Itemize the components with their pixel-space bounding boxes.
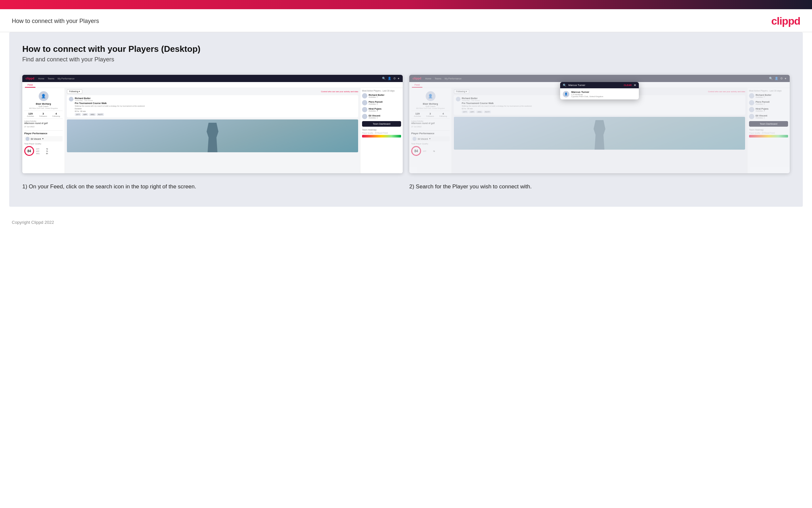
player-item-2-4: Eli Vincent Activities: 1 bbox=[749, 114, 788, 119]
score-circle-2: 84 bbox=[411, 146, 421, 156]
search-icon-1[interactable]: 🔍 bbox=[382, 77, 386, 80]
mini-bars: OTT 79 APP 70 ARG bbox=[36, 148, 48, 155]
main-content: How to connect with your Players (Deskto… bbox=[9, 32, 803, 207]
section-subtitle: Find and connect with your Players bbox=[22, 56, 790, 63]
player-name-2-2: Piers Parnell bbox=[756, 101, 769, 103]
screenshots-row: clippd Home Teams My Performance 🔍 👤 ⚙ ● bbox=[22, 75, 790, 173]
player-item-4: Eli Vincent Activities: 1 bbox=[362, 114, 401, 119]
stat-following: 4 Following bbox=[52, 112, 60, 117]
screenshot-2: clippd Home Teams My Performance 🔍 👤 ⚙ ●… bbox=[409, 75, 790, 173]
player-avatar bbox=[26, 137, 30, 141]
score-circle: 84 bbox=[24, 146, 34, 156]
search-input[interactable]: Marcus Turner bbox=[568, 84, 622, 87]
mini-nav-teams[interactable]: Teams bbox=[48, 78, 54, 80]
result-location: Cypress Point Club, United Kingdom bbox=[571, 95, 603, 97]
activity-desc-2: Walking the course with my coach to buil… bbox=[456, 105, 743, 107]
profile-club-2: Mill Ride Golf Club, United Kingdom bbox=[411, 107, 449, 109]
tag-app: APP bbox=[82, 113, 88, 116]
most-active-title-2: Most Active Players - Last 30 days bbox=[749, 90, 788, 92]
mini-left-col-2: 👤 Blair McHarg Golf Coach Mill Ride Golf… bbox=[409, 88, 452, 173]
close-icon[interactable]: ✕ bbox=[634, 83, 636, 87]
mini-body-2: 👤 Blair McHarg Golf Coach Mill Ride Golf… bbox=[409, 88, 790, 173]
activity-duration-2: 02 hr : 00 min bbox=[456, 108, 743, 110]
desc-2: 2) Search for the Player you wish to con… bbox=[409, 182, 790, 191]
player-avatar-2-4 bbox=[749, 114, 754, 119]
most-active-title: Most Active Players - Last 30 days bbox=[362, 90, 401, 92]
control-link-2: Control who can see your activity and da… bbox=[708, 91, 745, 92]
tag-ott: OTT bbox=[75, 113, 81, 116]
tag-ott-2: OTT bbox=[462, 111, 468, 113]
top-bar bbox=[0, 0, 812, 9]
mini-latest-date-2: 27 Jul 2022 bbox=[411, 126, 449, 128]
mini-nav-home[interactable]: Home bbox=[38, 78, 45, 80]
player-item-2: Piers Parnell Activities: 4 bbox=[362, 100, 401, 105]
heatmap-subtitle-2: Player Quality · 20 Round Trend bbox=[749, 132, 788, 134]
player-dropdown[interactable]: Eli Vincent ▾ bbox=[24, 136, 63, 141]
player-performance-title-1: Player Performance bbox=[24, 130, 63, 135]
profile-name: Blair McHarg bbox=[24, 102, 63, 105]
bar-arg: ARG 84 bbox=[36, 153, 48, 155]
dropdown-arrow-icon-2: ▾ bbox=[429, 137, 431, 140]
activity-card: Richard Butler Yesterday · The Grove Pre… bbox=[67, 95, 358, 118]
feed-tab[interactable]: Feed bbox=[25, 83, 36, 88]
header: How to connect with your Players clippd bbox=[0, 9, 812, 32]
activity-duration-label: Duration bbox=[69, 108, 356, 110]
mini-bars-2: OTT 79 bbox=[423, 150, 435, 153]
settings-icon-2: ⚙ bbox=[780, 77, 783, 80]
player-avatar-2-1 bbox=[749, 93, 754, 98]
profile-img: 👤 bbox=[39, 91, 49, 101]
mini-stats-row: 129 Activities 3 Followers 4 Following bbox=[24, 111, 63, 119]
desc-row: 1) On your Feed, click on the search ico… bbox=[22, 182, 790, 191]
player-acts-2: Activities: 4 bbox=[369, 103, 382, 105]
profile-name-2: Blair McHarg bbox=[411, 102, 449, 105]
section-title: How to connect with your Players (Deskto… bbox=[22, 44, 790, 54]
player-acts-2-2: Activities: 4 bbox=[756, 103, 769, 105]
stat-followers-2: 3 Followers bbox=[426, 112, 434, 117]
mini-nav-myperformance[interactable]: My Performance bbox=[58, 78, 75, 80]
activity-title-2: Pre Tournament Course Walk bbox=[456, 102, 743, 104]
player-acts-2-1: Activities: 7 bbox=[756, 96, 771, 98]
bar-app: APP 70 bbox=[36, 150, 48, 152]
player-item-2-1: Richard Butler Activities: 7 bbox=[749, 93, 788, 98]
activity-name: Richard Butler bbox=[75, 97, 93, 99]
activity-duration-value: 02 hr : 00 min bbox=[69, 110, 356, 112]
settings-icon-1[interactable]: ⚙ bbox=[393, 77, 396, 80]
mini-right-col: Most Active Players - Last 30 days Richa… bbox=[360, 88, 403, 173]
player-name-4: Eli Vincent bbox=[369, 115, 380, 117]
search-bar: 🔍 Marcus Turner CLEAR ✕ bbox=[560, 82, 639, 88]
team-dashboard-btn[interactable]: Team Dashboard bbox=[362, 121, 401, 127]
activity-avatar bbox=[69, 97, 74, 101]
avatar-icon-1[interactable]: ● bbox=[398, 77, 399, 80]
mini-logo-2: clippd bbox=[413, 77, 421, 80]
player-name-1: Richard Butler bbox=[369, 94, 384, 96]
mini-nav-home-2: Home bbox=[425, 78, 432, 80]
clear-button[interactable]: CLEAR bbox=[624, 84, 632, 86]
search-result[interactable]: 👤 Marcus Turner 1.5 Handicap Cypress Poi… bbox=[560, 88, 639, 99]
footer: Copyright Clippd 2022 bbox=[0, 216, 812, 229]
following-btn-2: Following ▾ bbox=[454, 89, 469, 94]
mini-middle-col-2: Following ▾ Control who can see your act… bbox=[452, 88, 747, 173]
mini-feed-tab-row: Feed bbox=[22, 82, 403, 88]
control-link[interactable]: Control who can see your activity and da… bbox=[321, 91, 358, 92]
following-btn[interactable]: Following ▾ bbox=[67, 89, 82, 94]
activity-header: Richard Butler Yesterday · The Grove bbox=[69, 97, 356, 101]
people-icon-1[interactable]: 👤 bbox=[388, 77, 391, 80]
mini-following-row: Following ▾ Control who can see your act… bbox=[67, 89, 358, 94]
player-avatar-1 bbox=[362, 93, 367, 98]
golfer-silhouette-2 bbox=[590, 120, 609, 150]
header-title: How to connect with your Players bbox=[12, 18, 99, 25]
player-acts-2-3: Activities: 3 bbox=[756, 110, 768, 112]
mini-nav-myperformance-2: My Performance bbox=[445, 78, 462, 80]
mini-nav-1: clippd Home Teams My Performance 🔍 👤 ⚙ ● bbox=[22, 75, 403, 82]
profile-club: Mill Ride Golf Club, United Kingdom bbox=[24, 107, 63, 109]
search-bar-icon: 🔍 bbox=[563, 84, 566, 87]
player-acts-1: Activities: 7 bbox=[369, 96, 384, 98]
mini-body-1: 👤 Blair McHarg Golf Coach Mill Ride Golf… bbox=[22, 88, 403, 173]
heatmap-title-2: Team Heatmap bbox=[749, 129, 788, 131]
golfer-img-2 bbox=[454, 117, 745, 150]
player-avatar-dd-2 bbox=[413, 137, 417, 141]
search-overlay: 🔍 Marcus Turner CLEAR ✕ 👤 Marcus Turner … bbox=[560, 82, 639, 99]
profile-img-2: 👤 bbox=[426, 91, 435, 101]
heatmap-bar-2 bbox=[749, 135, 788, 137]
team-dashboard-btn-2: Team Dashboard bbox=[749, 121, 788, 127]
